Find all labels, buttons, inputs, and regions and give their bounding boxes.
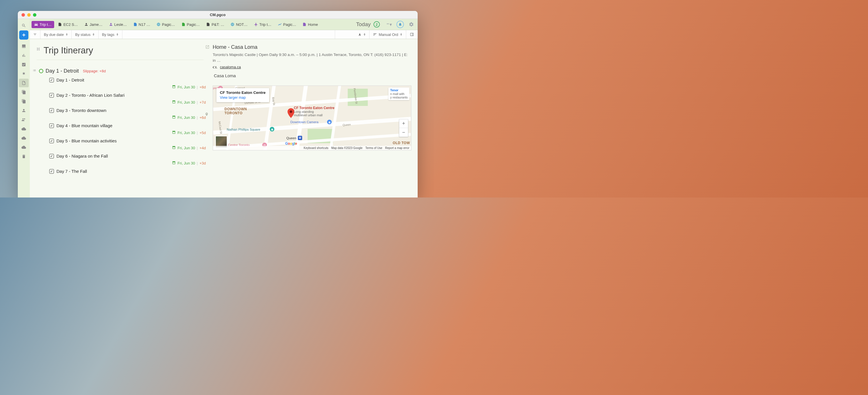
source-link[interactable]: casaloma.ca xyxy=(220,65,241,69)
filter-due[interactable]: By due date▲▼ xyxy=(40,30,72,39)
item-row[interactable]: Day 4 - Blue mountain village Fri, Jun 3… xyxy=(49,123,204,135)
ring-icon xyxy=(39,69,43,73)
tab-label: EC2 S… xyxy=(63,22,78,27)
panel-toggle-icon[interactable] xyxy=(406,30,418,39)
today-label[interactable]: Today xyxy=(356,21,371,28)
tab-0[interactable]: Trip t… xyxy=(32,21,54,28)
cloud2-icon[interactable] xyxy=(19,134,29,142)
view-larger-map-link[interactable]: View larger map xyxy=(220,95,246,100)
item-row[interactable]: Day 3 - Toronto downtown Fri, Jun 30 | +… xyxy=(49,108,204,120)
tab-label: Pagic… xyxy=(162,22,175,27)
left-pane: H Trip Itinerary Day 1 - Detroit Slippag… xyxy=(30,39,210,198)
item-row[interactable]: Day 1 - Detroit Fri, Jun 30 | +8d xyxy=(49,78,204,89)
filter-empty xyxy=(122,30,335,39)
downtown-label: DOWNTOWN TORONTO xyxy=(224,107,247,115)
tab-3[interactable]: Lesle… xyxy=(106,21,130,28)
checkbox[interactable] xyxy=(49,78,54,82)
filter-status[interactable]: By status▲▼ xyxy=(72,30,98,39)
map-marker-icon xyxy=(287,108,294,118)
map-footer: Keyboard shortcuts Map data ©2023 Google… xyxy=(213,146,411,150)
street-queen: Queen xyxy=(343,123,351,126)
delta: +4d xyxy=(199,146,206,150)
checkbox[interactable] xyxy=(49,139,54,143)
due-date: Fri, Jun 30 xyxy=(178,161,195,165)
list-icon xyxy=(32,68,37,74)
checkbox[interactable] xyxy=(49,169,54,174)
item-row[interactable]: Day 5 - Blue mountain activities Fri, Ju… xyxy=(49,138,204,150)
checkbox[interactable] xyxy=(49,93,54,97)
map-report[interactable]: Report a map error xyxy=(385,146,409,149)
svg-point-2 xyxy=(290,111,292,113)
calendar-icon xyxy=(172,130,176,135)
tab-9[interactable]: Trip t… xyxy=(251,21,274,28)
tab-1[interactable]: EC2 S… xyxy=(55,21,81,28)
person1-icon[interactable] xyxy=(19,106,29,115)
search-icon[interactable] xyxy=(19,21,29,30)
section-head[interactable]: Day 1 - Detroit Slippage: +8d xyxy=(32,68,204,74)
location-name: Casa Loma xyxy=(214,73,411,78)
copy1-icon[interactable] xyxy=(19,88,29,96)
map-terms[interactable]: Terms of Use xyxy=(366,146,382,149)
map-data: Map data ©2023 Google xyxy=(331,146,362,149)
filter-sort[interactable]: Manual Ord▲▼ xyxy=(370,30,406,39)
app-window: CM.pgco + Trip t…EC2 S…Jame…Lesle…N17 …P… xyxy=(18,11,418,198)
cloud3-icon[interactable] xyxy=(19,143,29,151)
document-icon[interactable] xyxy=(19,79,29,87)
tab-11[interactable]: Home xyxy=(300,21,320,28)
item-row[interactable]: Day 6 - Niagara on the Fall Fri, Jun 30 … xyxy=(49,153,204,165)
zoom-controls: + − xyxy=(399,119,408,137)
people-icon[interactable] xyxy=(19,115,29,124)
due-date: Fri, Jun 30 xyxy=(178,85,195,89)
tab-label: Trip t… xyxy=(39,22,52,27)
bell-icon[interactable] xyxy=(397,21,404,28)
due-date: Fri, Jun 30 xyxy=(178,100,195,105)
poi-dc: Downtown Camera xyxy=(290,120,318,124)
external-link-icon[interactable] xyxy=(205,45,210,50)
check-icon[interactable] xyxy=(19,60,29,69)
calendar-icon xyxy=(172,85,176,89)
detail-description: Toronto's Majestic Castle | Open Daily 9… xyxy=(213,52,411,63)
map-shortcuts[interactable]: Keyboard shortcuts xyxy=(304,146,328,149)
tab-4[interactable]: N17 … xyxy=(131,21,153,28)
tab-label: Jame… xyxy=(90,22,103,27)
tab-7[interactable]: P&T: … xyxy=(204,21,227,28)
item-row[interactable]: Day 2 - Toronto - African Lion Safari Fr… xyxy=(49,93,204,105)
gear-icon[interactable] xyxy=(408,22,414,27)
share-icon[interactable]: ▾ xyxy=(386,22,392,27)
poi-np: Nathan Phillips Square xyxy=(227,128,260,131)
stats-icon[interactable] xyxy=(19,51,29,60)
add-button[interactable]: + xyxy=(19,30,28,39)
trash-icon[interactable] xyxy=(19,152,29,161)
titlebar: CM.pgco xyxy=(18,11,418,19)
item-row[interactable]: Day 7 - The Fall xyxy=(49,169,204,174)
tab-5[interactable]: Pagic… xyxy=(154,21,178,28)
queen-station: Queen xyxy=(286,136,297,140)
calendar-icon xyxy=(172,115,176,120)
filter-funnel-icon[interactable] xyxy=(30,30,40,39)
filter-location[interactable]: ▲▼ xyxy=(335,30,370,39)
tabbar: Trip t…EC2 S…Jame…Lesle…N17 …Pagic…Pagic… xyxy=(30,19,418,30)
old-town-label: OLD TOW xyxy=(393,141,410,145)
cloud1-icon[interactable] xyxy=(19,124,29,133)
delta: +3d xyxy=(199,161,206,165)
today-badge[interactable]: 2 xyxy=(373,21,380,28)
checkbox[interactable] xyxy=(49,108,54,113)
tab-2[interactable]: Jame… xyxy=(82,21,105,28)
google-logo: Google xyxy=(285,142,297,145)
checkbox[interactable] xyxy=(49,154,54,159)
tab-label: Pagic… xyxy=(283,22,297,27)
map-info-box: CF Toronto Eaton Centre View larger map xyxy=(216,88,269,102)
item-title: Day 4 - Blue mountain village xyxy=(57,123,112,128)
tab-8[interactable]: NOT… xyxy=(228,21,250,28)
inbox-icon[interactable] xyxy=(19,42,29,51)
tab-10[interactable]: Pagic… xyxy=(275,21,299,28)
checkbox[interactable] xyxy=(49,123,54,128)
copy2-icon[interactable] xyxy=(19,97,29,106)
section-title: Day 1 - Detroit xyxy=(45,68,79,74)
map[interactable]: Gerrard Dundas St W Bay St Queen Pembrok… xyxy=(213,86,411,150)
tab-6[interactable]: Pagic… xyxy=(179,21,203,28)
asterisk-icon[interactable] xyxy=(19,69,29,78)
zoom-out-button[interactable]: − xyxy=(399,128,408,137)
filter-tags[interactable]: By tags▲▼ xyxy=(99,30,122,39)
zoom-in-button[interactable]: + xyxy=(399,119,408,128)
